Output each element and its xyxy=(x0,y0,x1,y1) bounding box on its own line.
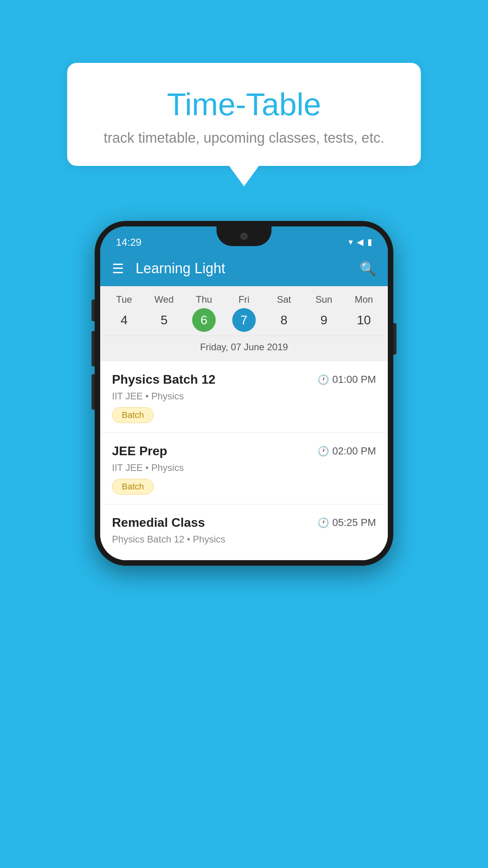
tooltip-card: Time-Table track timetable, upcoming cla… xyxy=(67,63,421,166)
day-name: Sat xyxy=(277,294,291,305)
app-title: Learning Light xyxy=(136,260,360,277)
days-row: Tue4Wed5Thu6Fri7Sat8Sun9Mon10 xyxy=(100,294,388,332)
day-number[interactable]: 4 xyxy=(112,308,136,332)
calendar-strip: Tue4Wed5Thu6Fri7Sat8Sun9Mon10 Friday, 07… xyxy=(100,286,388,361)
schedule-item-header: Remedial Class🕐 05:25 PM xyxy=(112,515,376,530)
schedule-item-header: JEE Prep🕐 02:00 PM xyxy=(112,444,376,458)
power-button xyxy=(393,323,396,355)
app-bar: ☰ Learning Light 🔍 xyxy=(100,251,388,286)
battery-icon: ▮ xyxy=(367,237,372,247)
schedule-subtitle: IIT JEE • Physics xyxy=(112,391,376,402)
schedule-time: 🕐 02:00 PM xyxy=(317,445,376,457)
schedule-subtitle: Physics Batch 12 • Physics xyxy=(112,534,376,545)
day-number[interactable]: 10 xyxy=(352,308,376,332)
wifi-icon: ▾ xyxy=(349,237,353,247)
schedule-item-title: Remedial Class xyxy=(112,515,205,530)
selected-date-label: Friday, 07 June 2019 xyxy=(100,336,388,357)
phone-frame: 14:29 ▾ ◀ ▮ ☰ Learning Light 🔍 Tue4Wed5T… xyxy=(95,221,393,566)
camera xyxy=(240,233,248,240)
day-col-sat[interactable]: Sat8 xyxy=(266,294,302,332)
status-icons: ▾ ◀ ▮ xyxy=(349,237,372,247)
signal-icon: ◀ xyxy=(357,237,363,247)
day-number[interactable]: 7 xyxy=(232,308,256,332)
phone-mockup: 14:29 ▾ ◀ ▮ ☰ Learning Light 🔍 Tue4Wed5T… xyxy=(95,221,393,566)
notch xyxy=(216,226,272,246)
clock-icon: 🕐 xyxy=(317,446,329,457)
clock-icon: 🕐 xyxy=(317,374,329,385)
volume-down-button xyxy=(92,374,95,410)
tooltip-title: Time-Table xyxy=(99,86,389,123)
day-name: Sun xyxy=(316,294,332,305)
day-col-wed[interactable]: Wed5 xyxy=(147,294,182,332)
status-time: 14:29 xyxy=(116,236,141,248)
tooltip-subtitle: track timetable, upcoming classes, tests… xyxy=(99,130,389,146)
day-col-mon[interactable]: Mon10 xyxy=(346,294,382,332)
day-name: Mon xyxy=(355,294,373,305)
day-number[interactable]: 9 xyxy=(312,308,336,332)
hamburger-icon[interactable]: ☰ xyxy=(112,261,124,276)
batch-badge: Batch xyxy=(112,407,154,423)
day-col-sun[interactable]: Sun9 xyxy=(306,294,341,332)
day-number[interactable]: 6 xyxy=(192,308,216,332)
schedule-item-header: Physics Batch 12🕐 01:00 PM xyxy=(112,372,376,387)
volume-up-button xyxy=(92,331,95,366)
schedule-list: Physics Batch 12🕐 01:00 PMIIT JEE • Phys… xyxy=(100,361,388,560)
batch-badge: Batch xyxy=(112,479,154,495)
clock-icon: 🕐 xyxy=(317,517,329,528)
schedule-item-title: Physics Batch 12 xyxy=(112,372,215,387)
day-col-thu[interactable]: Thu6 xyxy=(186,294,222,332)
schedule-item[interactable]: JEE Prep🕐 02:00 PMIIT JEE • PhysicsBatch xyxy=(100,433,388,504)
day-col-fri[interactable]: Fri7 xyxy=(226,294,262,332)
day-number[interactable]: 5 xyxy=(152,308,176,332)
schedule-time: 🕐 01:00 PM xyxy=(317,373,376,386)
day-col-tue[interactable]: Tue4 xyxy=(106,294,142,332)
phone-screen: 14:29 ▾ ◀ ▮ ☰ Learning Light 🔍 Tue4Wed5T… xyxy=(100,226,388,560)
day-name: Wed xyxy=(154,294,174,305)
search-icon[interactable]: 🔍 xyxy=(360,261,376,276)
mute-button xyxy=(92,300,95,321)
schedule-item[interactable]: Physics Batch 12🕐 01:00 PMIIT JEE • Phys… xyxy=(100,361,388,433)
day-name: Thu xyxy=(196,294,212,305)
schedule-subtitle: IIT JEE • Physics xyxy=(112,462,376,473)
day-number[interactable]: 8 xyxy=(272,308,296,332)
schedule-time: 🕐 05:25 PM xyxy=(317,517,376,529)
day-name: Tue xyxy=(116,294,132,305)
day-name: Fri xyxy=(238,294,250,305)
schedule-item[interactable]: Remedial Class🕐 05:25 PMPhysics Batch 12… xyxy=(100,504,388,560)
schedule-item-title: JEE Prep xyxy=(112,444,167,458)
